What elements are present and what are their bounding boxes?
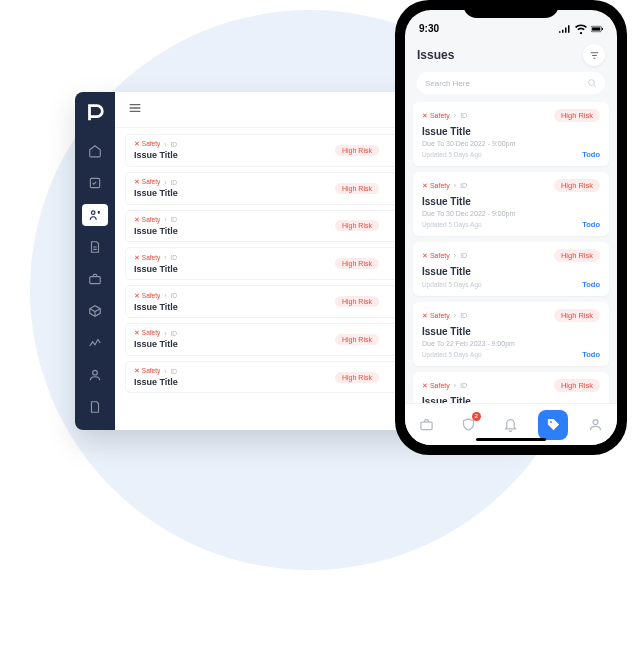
svg-point-9 <box>550 421 552 423</box>
page-title: Issues <box>417 48 454 62</box>
card-status: Todo <box>582 150 600 159</box>
card-due: Due To 30 Dec 2022 - 9:00pm <box>422 210 600 217</box>
home-indicator <box>476 438 546 441</box>
phone-screen: 9:30 Issues Search Here ✕ Safety›ID High… <box>405 10 617 445</box>
risk-badge: High Risk <box>554 249 600 262</box>
card-updated: Updated 5 Days Ago <box>422 281 482 288</box>
tab-shield[interactable]: 2 <box>454 410 484 440</box>
search-icon <box>587 78 597 88</box>
card-meta: ✕ Safety›ID <box>422 312 467 320</box>
card-title: Issue Title <box>422 396 600 403</box>
issue-meta: ✕ Safety›ID <box>134 367 329 375</box>
issue-title: Issue Title <box>134 377 329 387</box>
card-status: Todo <box>582 220 600 229</box>
app-logo <box>84 102 106 124</box>
sidebar-package-icon[interactable] <box>82 300 108 322</box>
svg-point-3 <box>93 370 98 375</box>
issue-card[interactable]: ✕ Safety›ID High Risk Issue Title Due To… <box>413 302 609 366</box>
phone-header: Issues <box>405 36 617 72</box>
svg-point-10 <box>593 420 598 425</box>
sidebar-checklist-icon[interactable] <box>82 172 108 194</box>
sidebar-issues-icon[interactable] <box>82 204 108 226</box>
phone-issue-list: ✕ Safety›ID High Risk Issue Title Due To… <box>405 102 617 403</box>
svg-rect-6 <box>602 28 603 30</box>
phone-body: 9:30 Issues Search Here ✕ Safety›ID High… <box>395 0 627 455</box>
svg-point-7 <box>589 80 595 86</box>
issue-title: Issue Title <box>134 226 329 236</box>
risk-badge: High Risk <box>335 258 379 269</box>
issue-meta: ✕ Safety›ID <box>134 178 329 186</box>
card-meta: ✕ Safety›ID <box>422 382 467 390</box>
svg-point-1 <box>92 211 96 215</box>
card-due: Due To 22 Feb 2023 - 9:00pm <box>422 340 600 347</box>
card-meta: ✕ Safety›ID <box>422 182 467 190</box>
tab-profile[interactable] <box>581 410 611 440</box>
card-status: Todo <box>582 280 600 289</box>
filter-button[interactable] <box>583 44 605 66</box>
wifi-icon <box>575 24 587 34</box>
card-title: Issue Title <box>422 326 600 337</box>
sidebar-document-icon[interactable] <box>82 236 108 258</box>
signal-icon <box>559 24 571 34</box>
phone-device: 9:30 Issues Search Here ✕ Safety›ID High… <box>395 0 627 455</box>
card-updated: Updated 5 Days Ago <box>422 351 482 358</box>
risk-badge: High Risk <box>335 334 379 345</box>
issue-card[interactable]: ✕ Safety›ID High Risk Issue Title Due To… <box>413 102 609 166</box>
issue-card[interactable]: ✕ Safety›ID High Risk Issue Title Due To… <box>413 372 609 403</box>
tab-bell[interactable] <box>496 410 526 440</box>
search-input[interactable]: Search Here <box>417 72 605 94</box>
card-due: Due To 30 Dec 2022 - 9:00pm <box>422 140 600 147</box>
risk-badge: High Risk <box>554 379 600 392</box>
issue-card[interactable]: ✕ Safety›ID High Risk Issue Title Due To… <box>413 172 609 236</box>
status-icons <box>559 24 603 34</box>
sidebar-file-icon[interactable] <box>82 396 108 418</box>
card-title: Issue Title <box>422 266 600 277</box>
issue-card[interactable]: ✕ Safety›ID High Risk Issue Title Update… <box>413 242 609 296</box>
issue-title: Issue Title <box>134 339 329 349</box>
issue-meta: ✕ Safety›ID <box>134 329 329 337</box>
notification-badge: 2 <box>472 412 481 421</box>
issue-title: Issue Title <box>134 150 329 160</box>
risk-badge: High Risk <box>554 309 600 322</box>
issue-title: Issue Title <box>134 188 329 198</box>
svg-rect-2 <box>90 277 101 284</box>
issue-title: Issue Title <box>134 264 329 274</box>
hamburger-icon[interactable] <box>127 100 143 120</box>
card-title: Issue Title <box>422 196 600 207</box>
risk-badge: High Risk <box>335 145 379 156</box>
card-updated: Updated 5 Days Ago <box>422 151 482 158</box>
tab-briefcase[interactable] <box>411 410 441 440</box>
issue-meta: ✕ Safety›ID <box>134 254 329 262</box>
card-updated: Updated 5 Days Ago <box>422 221 482 228</box>
issue-meta: ✕ Safety›ID <box>134 216 329 224</box>
risk-badge: High Risk <box>554 109 600 122</box>
svg-rect-8 <box>421 422 432 430</box>
risk-badge: High Risk <box>335 296 379 307</box>
risk-badge: High Risk <box>335 220 379 231</box>
issue-meta: ✕ Safety›ID <box>134 140 329 148</box>
card-meta: ✕ Safety›ID <box>422 112 467 120</box>
card-status: Todo <box>582 350 600 359</box>
risk-badge: High Risk <box>335 372 379 383</box>
tab-tag[interactable] <box>538 410 568 440</box>
risk-badge: High Risk <box>554 179 600 192</box>
risk-badge: High Risk <box>335 183 379 194</box>
card-meta: ✕ Safety›ID <box>422 252 467 260</box>
search-placeholder: Search Here <box>425 79 470 88</box>
issue-meta: ✕ Safety›ID <box>134 292 329 300</box>
card-title: Issue Title <box>422 126 600 137</box>
sidebar-briefcase-icon[interactable] <box>82 268 108 290</box>
sidebar-user-icon[interactable] <box>82 364 108 386</box>
svg-rect-5 <box>592 27 600 30</box>
sidebar-activity-icon[interactable] <box>82 332 108 354</box>
sidebar-home-icon[interactable] <box>82 140 108 162</box>
phone-notch <box>463 0 559 18</box>
sidebar <box>75 92 115 430</box>
battery-icon <box>591 24 603 34</box>
status-time: 9:30 <box>419 23 439 34</box>
issue-title: Issue Title <box>134 302 329 312</box>
